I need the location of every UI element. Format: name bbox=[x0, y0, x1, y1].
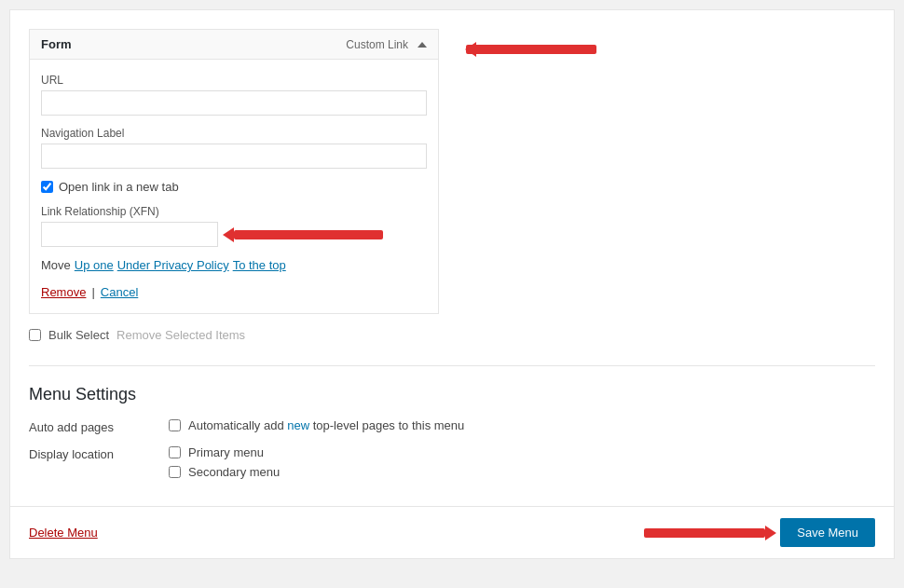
primary-menu-label: Primary menu bbox=[188, 445, 264, 459]
arrow-annotation-1 bbox=[466, 45, 596, 54]
auto-add-pages-row: Auto add pages Automatically add new top… bbox=[29, 418, 875, 434]
xfn-input[interactable]: nofollow bbox=[41, 222, 218, 247]
xfn-row: nofollow bbox=[41, 222, 427, 247]
auto-add-pages-content: Automatically add new top-level pages to… bbox=[169, 418, 464, 432]
menu-item-header[interactable]: Form Custom Link bbox=[30, 30, 438, 60]
action-separator: | bbox=[91, 285, 94, 299]
bulk-select-label: Bulk Select bbox=[48, 328, 109, 342]
save-menu-container: Save Menu bbox=[780, 518, 875, 547]
action-row: Remove | Cancel bbox=[41, 285, 427, 299]
delete-menu-link[interactable]: Delete Menu bbox=[29, 526, 98, 540]
primary-menu-row: Primary menu bbox=[169, 445, 280, 459]
primary-menu-checkbox[interactable] bbox=[169, 446, 181, 458]
display-location-label: Display location bbox=[29, 445, 150, 461]
save-menu-button[interactable]: Save Menu bbox=[780, 518, 875, 547]
menu-settings-title: Menu Settings bbox=[29, 385, 875, 404]
open-new-tab-row: Open link in a new tab bbox=[41, 180, 427, 194]
auto-add-pages-checkbox-label: Automatically add new top-level pages to… bbox=[188, 418, 464, 432]
nav-label-label: Navigation Label bbox=[41, 127, 427, 140]
nav-label-input[interactable]: Form bbox=[41, 144, 427, 169]
menu-item-type: Custom Link bbox=[346, 38, 408, 51]
menu-item-header-right: Custom Link bbox=[346, 38, 427, 51]
move-label: Move bbox=[41, 258, 71, 272]
highlight-new: new bbox=[287, 418, 309, 432]
move-row: Move Up one Under Privacy Policy To the … bbox=[41, 258, 427, 272]
open-new-tab-checkbox[interactable] bbox=[41, 181, 53, 193]
collapse-arrow-icon[interactable] bbox=[418, 42, 427, 48]
xfn-field-group: Link Relationship (XFN) nofollow bbox=[41, 205, 427, 247]
arrow-annotation-2 bbox=[223, 227, 383, 242]
secondary-menu-row: Secondary menu bbox=[169, 465, 280, 479]
url-label: URL bbox=[41, 74, 427, 87]
move-under-privacy-policy-link[interactable]: Under Privacy Policy bbox=[117, 258, 229, 272]
footer-bar: Delete Menu Save Menu bbox=[10, 506, 894, 558]
remove-selected-link[interactable]: Remove Selected Items bbox=[116, 328, 245, 342]
display-location-row: Display location Primary menu Secondary … bbox=[29, 445, 875, 479]
arrow-annotation-3 bbox=[644, 526, 776, 540]
menu-item-title: Form bbox=[41, 37, 72, 51]
open-new-tab-label[interactable]: Open link in a new tab bbox=[59, 180, 179, 194]
xfn-label: Link Relationship (XFN) bbox=[41, 205, 427, 218]
auto-add-pages-label: Auto add pages bbox=[29, 418, 150, 434]
bulk-select-row: Bulk Select Remove Selected Items bbox=[29, 328, 875, 342]
url-field-group: URL https://example.com/custom-menu-link bbox=[41, 74, 427, 116]
auto-add-pages-checkbox[interactable] bbox=[169, 419, 181, 431]
display-location-content: Primary menu Secondary menu bbox=[169, 445, 280, 479]
auto-add-pages-checkbox-row: Automatically add new top-level pages to… bbox=[169, 418, 464, 432]
menu-settings-section: Menu Settings Auto add pages Automatical… bbox=[29, 365, 875, 479]
bulk-select-checkbox[interactable] bbox=[29, 329, 41, 341]
url-input[interactable]: https://example.com/custom-menu-link bbox=[41, 90, 427, 116]
nav-label-field-group: Navigation Label Form bbox=[41, 127, 427, 169]
remove-link[interactable]: Remove bbox=[41, 285, 86, 299]
menu-item-body: URL https://example.com/custom-menu-link… bbox=[30, 60, 438, 313]
secondary-menu-label: Secondary menu bbox=[188, 465, 280, 479]
menu-item-card: Form Custom Link URL https://example.com… bbox=[29, 29, 439, 314]
secondary-menu-checkbox[interactable] bbox=[169, 466, 181, 478]
move-up-one-link[interactable]: Up one bbox=[75, 258, 114, 272]
cancel-link[interactable]: Cancel bbox=[101, 285, 138, 299]
move-to-top-link[interactable]: To the top bbox=[233, 258, 286, 272]
